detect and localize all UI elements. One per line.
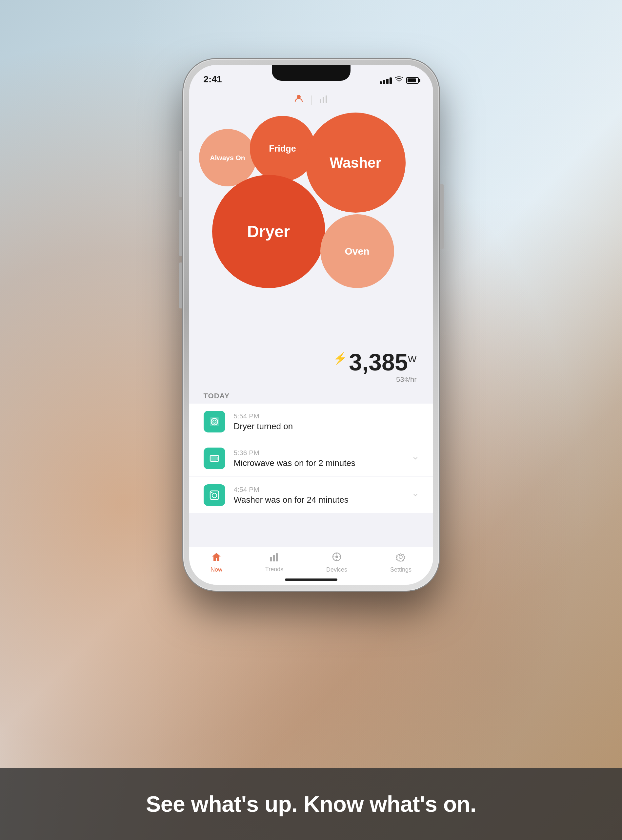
phone-notch (272, 65, 351, 81)
washer-bubble[interactable]: Washer (306, 113, 406, 212)
tab-settings-label: Settings (390, 567, 412, 573)
devices-icon (332, 552, 341, 564)
home-icon (211, 552, 222, 564)
svg-rect-15 (276, 553, 278, 561)
chevron-down-icon (412, 490, 419, 500)
event-time: 5:54 PM (234, 412, 419, 420)
activity-item[interactable]: 5:36 PM Microwave was on for 2 minutes (189, 440, 433, 477)
tab-trends[interactable]: Trends (265, 552, 283, 573)
event-desc: Washer was on for 24 minutes (234, 495, 404, 505)
status-icons (380, 76, 419, 85)
event-desc: Microwave was on for 2 minutes (234, 458, 404, 468)
bubble-chart: Always On Fridge Washer Dryer Oven (189, 111, 433, 354)
event-time: 5:36 PM (234, 449, 404, 457)
svg-rect-14 (273, 555, 275, 561)
svg-rect-13 (270, 557, 272, 561)
today-label: TODAY (189, 386, 433, 403)
dryer-event-icon (204, 411, 225, 432)
event-desc: Dryer turned on (234, 421, 419, 431)
trends-icon (270, 552, 279, 564)
fridge-bubble[interactable]: Fridge (250, 116, 316, 182)
wifi-icon (395, 76, 403, 85)
power-number: 3,385W 53¢/hr (349, 350, 417, 384)
svg-rect-8 (211, 456, 217, 461)
activity-content: 4:54 PM Washer was on for 24 minutes (234, 486, 404, 505)
power-cost-value: 53¢/hr (349, 376, 417, 384)
bottom-banner: See what's up. Know what's on. (0, 768, 622, 840)
tab-devices[interactable]: Devices (326, 552, 347, 573)
activity-section: TODAY 5:54 PM Dryer turned on (189, 386, 433, 547)
app-header: | (189, 88, 433, 111)
svg-point-17 (335, 556, 338, 558)
home-indicator (285, 579, 337, 581)
phone-screen: 2:41 (189, 65, 433, 585)
always-on-bubble[interactable]: Always On (199, 129, 256, 186)
phone-device: 2:41 (183, 59, 439, 591)
svg-rect-1 (320, 99, 321, 103)
tab-settings[interactable]: Settings (390, 552, 412, 573)
tagline-text: See what's up. Know what's on. (146, 791, 476, 817)
tab-trends-label: Trends (265, 566, 283, 573)
chart-bars-icon (319, 95, 328, 104)
activity-item[interactable]: 5:54 PM Dryer turned on (189, 403, 433, 440)
svg-point-11 (212, 493, 217, 498)
activity-content: 5:36 PM Microwave was on for 2 minutes (234, 449, 404, 468)
chevron-down-icon (412, 453, 419, 464)
svg-point-12 (211, 492, 212, 493)
signal-icon (380, 77, 392, 84)
svg-rect-9 (217, 457, 218, 460)
tab-now-label: Now (210, 567, 222, 573)
dryer-bubble[interactable]: Dryer (212, 175, 325, 288)
event-time: 4:54 PM (234, 486, 404, 493)
tab-now[interactable]: Now (210, 552, 222, 573)
activity-content: 5:54 PM Dryer turned on (234, 412, 419, 431)
header-divider: | (310, 94, 313, 105)
oven-bubble[interactable]: Oven (320, 214, 394, 288)
power-reading: ⚡ 3,385W 53¢/hr (333, 347, 417, 387)
status-time: 2:41 (204, 74, 222, 85)
activity-item[interactable]: 4:54 PM Washer was on for 24 minutes (189, 477, 433, 513)
settings-icon (396, 552, 406, 564)
microwave-event-icon (204, 447, 225, 469)
battery-icon (406, 77, 419, 84)
svg-rect-2 (323, 97, 324, 103)
power-watts-value: 3,385W (349, 350, 417, 374)
tab-devices-label: Devices (326, 567, 347, 573)
person-icon (294, 93, 303, 105)
svg-rect-3 (326, 95, 327, 103)
power-bolt-icon: ⚡ (333, 352, 347, 365)
washer-event-icon (204, 484, 225, 506)
